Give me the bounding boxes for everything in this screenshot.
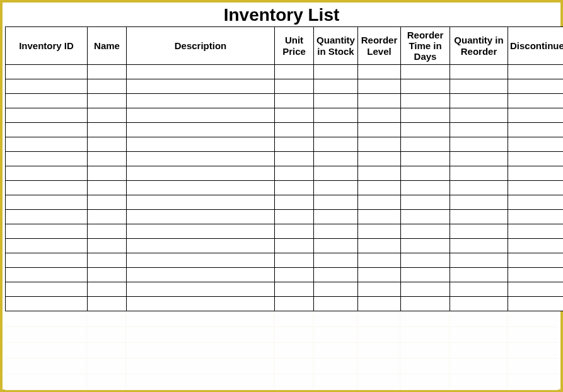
table-cell[interactable]: [314, 239, 358, 253]
table-cell[interactable]: [314, 268, 358, 282]
table-cell[interactable]: [6, 181, 88, 195]
table-cell[interactable]: [6, 137, 88, 152]
table-cell[interactable]: [88, 253, 127, 268]
table-cell[interactable]: [275, 195, 314, 210]
table-cell[interactable]: [508, 224, 564, 239]
table-cell[interactable]: [314, 210, 358, 224]
table-cell[interactable]: [6, 268, 88, 282]
table-cell[interactable]: [314, 195, 358, 210]
table-cell[interactable]: [6, 65, 88, 79]
table-cell[interactable]: [401, 282, 450, 297]
table-cell[interactable]: [401, 123, 450, 137]
table-cell[interactable]: [127, 65, 275, 79]
table-cell[interactable]: [358, 253, 401, 268]
table-cell[interactable]: [508, 268, 564, 282]
table-cell[interactable]: [508, 152, 564, 166]
table-cell[interactable]: [508, 137, 564, 152]
table-cell[interactable]: [88, 239, 127, 253]
table-cell[interactable]: [275, 79, 314, 94]
table-cell[interactable]: [314, 297, 358, 311]
table-cell[interactable]: [508, 123, 564, 137]
table-cell[interactable]: [450, 239, 508, 253]
table-cell[interactable]: [314, 123, 358, 137]
table-cell[interactable]: [275, 181, 314, 195]
table-cell[interactable]: [314, 282, 358, 297]
table-cell[interactable]: [127, 210, 275, 224]
table-cell[interactable]: [6, 282, 88, 297]
table-cell[interactable]: [358, 108, 401, 123]
table-cell[interactable]: [450, 224, 508, 239]
table-cell[interactable]: [450, 195, 508, 210]
table-cell[interactable]: [127, 268, 275, 282]
table-cell[interactable]: [314, 152, 358, 166]
table-cell[interactable]: [6, 239, 88, 253]
table-cell[interactable]: [450, 108, 508, 123]
table-cell[interactable]: [6, 297, 88, 311]
table-cell[interactable]: [127, 123, 275, 137]
table-cell[interactable]: [275, 137, 314, 152]
table-cell[interactable]: [450, 166, 508, 181]
table-cell[interactable]: [314, 65, 358, 79]
table-cell[interactable]: [450, 79, 508, 94]
table-cell[interactable]: [401, 297, 450, 311]
table-cell[interactable]: [508, 282, 564, 297]
table-cell[interactable]: [88, 210, 127, 224]
table-cell[interactable]: [508, 181, 564, 195]
table-cell[interactable]: [401, 108, 450, 123]
table-cell[interactable]: [275, 282, 314, 297]
table-cell[interactable]: [314, 137, 358, 152]
table-cell[interactable]: [127, 282, 275, 297]
table-cell[interactable]: [127, 79, 275, 94]
table-cell[interactable]: [6, 79, 88, 94]
table-cell[interactable]: [88, 195, 127, 210]
table-cell[interactable]: [6, 166, 88, 181]
table-cell[interactable]: [6, 108, 88, 123]
table-cell[interactable]: [127, 94, 275, 108]
table-cell[interactable]: [314, 224, 358, 239]
table-cell[interactable]: [358, 181, 401, 195]
table-cell[interactable]: [508, 210, 564, 224]
table-cell[interactable]: [88, 123, 127, 137]
table-cell[interactable]: [127, 195, 275, 210]
table-cell[interactable]: [6, 224, 88, 239]
table-cell[interactable]: [450, 65, 508, 79]
table-cell[interactable]: [450, 123, 508, 137]
table-cell[interactable]: [127, 253, 275, 268]
table-cell[interactable]: [358, 239, 401, 253]
table-cell[interactable]: [358, 79, 401, 94]
table-cell[interactable]: [6, 210, 88, 224]
table-cell[interactable]: [450, 210, 508, 224]
table-cell[interactable]: [275, 166, 314, 181]
table-cell[interactable]: [508, 166, 564, 181]
table-cell[interactable]: [88, 166, 127, 181]
table-cell[interactable]: [275, 65, 314, 79]
table-cell[interactable]: [508, 79, 564, 94]
table-cell[interactable]: [358, 210, 401, 224]
table-cell[interactable]: [358, 137, 401, 152]
table-cell[interactable]: [450, 253, 508, 268]
table-cell[interactable]: [401, 166, 450, 181]
table-cell[interactable]: [508, 297, 564, 311]
table-cell[interactable]: [508, 65, 564, 79]
table-cell[interactable]: [358, 224, 401, 239]
table-cell[interactable]: [358, 282, 401, 297]
table-cell[interactable]: [314, 181, 358, 195]
table-cell[interactable]: [358, 152, 401, 166]
table-cell[interactable]: [275, 94, 314, 108]
table-cell[interactable]: [401, 65, 450, 79]
table-cell[interactable]: [358, 123, 401, 137]
table-cell[interactable]: [358, 166, 401, 181]
table-cell[interactable]: [275, 210, 314, 224]
table-cell[interactable]: [401, 268, 450, 282]
table-cell[interactable]: [401, 210, 450, 224]
table-cell[interactable]: [401, 239, 450, 253]
table-cell[interactable]: [450, 282, 508, 297]
table-cell[interactable]: [275, 239, 314, 253]
table-cell[interactable]: [6, 195, 88, 210]
table-cell[interactable]: [275, 123, 314, 137]
table-cell[interactable]: [401, 181, 450, 195]
table-cell[interactable]: [127, 166, 275, 181]
table-cell[interactable]: [88, 181, 127, 195]
table-cell[interactable]: [508, 195, 564, 210]
table-cell[interactable]: [6, 152, 88, 166]
